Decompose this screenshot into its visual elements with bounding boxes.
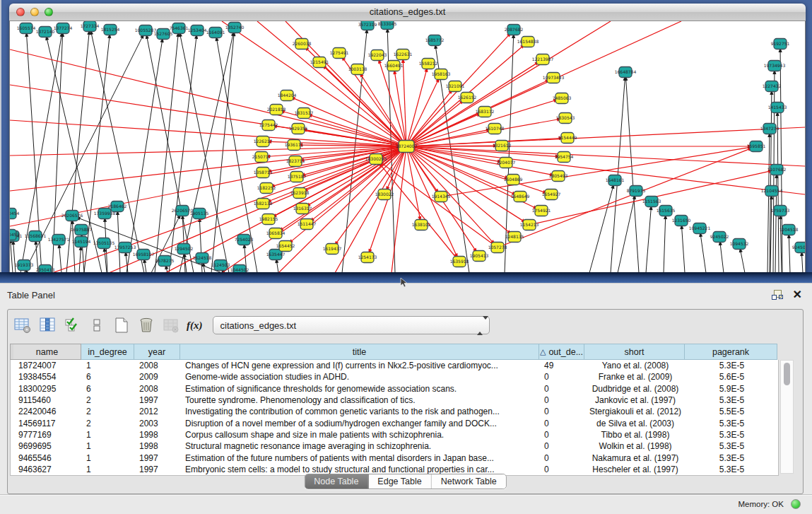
table-row[interactable]: 911546021997Tourette syndrome. Phenomeno… [11,395,778,406]
graph-node-label: 1622631 [394,52,413,57]
table-header-row: namein_degreeyeartitle△out_de...shortpag… [10,344,801,360]
graph-node-label: 1958163 [432,71,451,76]
table-row[interactable]: 1938455462009Genome-wide association stu… [11,371,778,382]
table-cell: 49 [540,361,585,370]
graph-edge[interactable] [406,146,557,156]
graph-edge[interactable] [789,237,790,272]
graph-node-label: 10973493 [543,75,565,80]
column-header-in-degree[interactable]: in_degree [81,344,134,360]
table-selector-dropdown[interactable]: citations_edges.txt [213,316,490,334]
graph-edge[interactable] [10,146,406,191]
graph-edge[interactable] [79,249,81,272]
graph-edge[interactable] [11,242,13,272]
network-graph-canvas[interactable]: 1872400716055741372140137727417273341815… [9,21,806,272]
graph-edge[interactable] [13,243,16,272]
table-mode-icon[interactable] [13,316,32,334]
mouse-cursor [400,278,408,288]
graph-node-label: 1919373 [15,262,34,267]
graph-edge[interactable] [664,218,666,272]
table-vertical-scrollbar[interactable] [780,360,794,474]
graph-edge[interactable] [59,247,61,272]
graph-edge[interactable] [498,149,750,247]
graph-node-label: 1275442 [259,122,278,127]
graph-edge[interactable] [155,35,178,272]
close-panel-icon[interactable]: ✕ [793,289,802,300]
graph-edge[interactable] [700,235,706,272]
graph-node-label: 1595851 [747,144,766,148]
graph-edge[interactable] [589,187,613,272]
tab-edge-table[interactable]: Edge Table [368,474,431,489]
graph-node-label: 1515635 [657,208,676,213]
table-row[interactable]: 1830029562008Estimation of significance … [11,383,778,395]
table-row[interactable]: 946554611997Estimation of the future num… [11,452,778,463]
graph-edge[interactable] [211,35,234,272]
graph-edge[interactable] [311,115,406,146]
table-row[interactable]: 2242004622012Investigating the contribut… [11,406,778,417]
graph-edge[interactable] [304,146,406,175]
column-header-name[interactable]: name [13,344,81,360]
row-height-icon[interactable] [88,316,106,334]
table-cell: Tourette syndrome. Phenomenology and cla… [181,395,540,405]
graph-edge[interactable] [277,262,278,272]
column-header-pagerank[interactable]: pagerank [685,344,777,360]
graph-edge[interactable] [441,148,749,197]
graph-edge[interactable] [257,21,406,146]
graph-node-label: 1605574 [17,25,36,30]
graph-edge[interactable] [682,228,685,272]
graph-edge[interactable] [626,79,639,272]
graph-node-label: 1107682 [767,167,787,172]
graph-edge[interactable] [145,262,146,272]
graph-edge[interactable] [646,209,651,272]
table-cell: 1998 [135,441,181,451]
table-cell: 14569117 [14,419,82,428]
graph-edge[interactable] [618,198,635,272]
graph-edge[interactable] [392,146,406,272]
table-cell: Yano et al. (2008) [585,361,686,370]
tab-node-table[interactable]: Node Table [305,474,368,489]
graph-node-label: 1044502 [230,267,249,272]
table-type-tabs: Node TableEdge TableNetwork Table [304,474,506,489]
graph-node-label: 1626152 [458,95,477,100]
create-column-icon[interactable] [112,316,131,334]
table-cell: 6 [82,384,135,394]
graph-edge[interactable] [406,146,506,177]
select-columns-icon[interactable] [63,316,81,334]
graph-node-label: 1638102 [412,222,431,227]
graph-node-label: 1429355 [289,126,308,131]
graph-node-label: 17957253 [114,245,136,250]
table-row[interactable]: 969969511998Structural magnetic resonanc… [11,440,778,452]
function-builder-icon[interactable]: f(x) [187,320,203,332]
graph-node-label: 9245012 [792,245,805,250]
column-header-title[interactable]: title [180,344,539,360]
graph-edge[interactable] [406,115,478,146]
tab-network-table[interactable]: Network Table [432,474,506,489]
graph-edge[interactable] [126,41,162,272]
status-bar: Memory: OK [0,494,812,514]
table-row[interactable]: 1456911722003Disruption of a novel membe… [11,417,778,428]
delete-columns-icon[interactable] [137,316,155,334]
graph-node-label: 1831537 [295,110,314,115]
column-header-out-de-[interactable]: △out_de... [539,344,584,360]
table-row[interactable]: 1872400712008Changes of HCN gene express… [11,360,778,371]
show-columns-icon[interactable] [38,316,57,334]
graph-node-label: 19734943 [764,63,786,68]
column-header-year[interactable]: year [134,344,180,360]
graph-node-label: 1660491 [384,63,404,68]
graph-edge[interactable] [380,165,459,262]
graph-edge[interactable] [741,251,745,272]
graph-edge[interactable] [802,255,803,272]
graph-node-label: 1226217 [254,139,273,144]
table-row[interactable]: 977716911998Corpus callosum shape and si… [11,429,778,440]
float-panel-icon[interactable] [772,289,783,300]
memory-ok-icon[interactable] [791,499,801,509]
graph-edge[interactable] [222,21,406,146]
window-titlebar[interactable]: citations_edges.txt [9,4,806,21]
scrollbar-thumb[interactable] [784,363,790,385]
column-header-label: year [148,347,165,357]
column-header-short[interactable]: short [584,344,685,360]
graph-node-label: 18300295 [365,156,387,161]
graph-edge[interactable] [767,136,770,272]
graph-edge[interactable] [720,244,724,272]
table-cell: 0 [540,384,585,394]
graph-edge[interactable] [780,218,782,272]
